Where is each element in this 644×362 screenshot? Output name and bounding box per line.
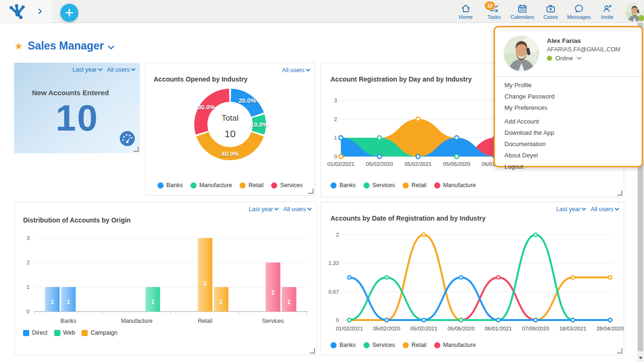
data-point-banks[interactable] — [608, 318, 611, 321]
donut-segment-services[interactable] — [194, 89, 230, 134]
scrollbar-down-button[interactable] — [637, 354, 644, 362]
data-point-banks[interactable] — [385, 318, 388, 321]
data-point-retail[interactable] — [422, 233, 425, 236]
data-point-services[interactable] — [378, 136, 381, 140]
legend-item-services[interactable]: Services — [363, 342, 395, 348]
card-resize-handle[interactable] — [310, 348, 315, 354]
user-status-selector[interactable]: Online — [547, 55, 582, 62]
legend-item-services[interactable]: Services — [271, 182, 303, 189]
legend-item-banks[interactable]: Banks — [157, 182, 183, 189]
data-point-services[interactable] — [347, 318, 351, 321]
data-point-services[interactable] — [534, 233, 537, 236]
data-point-banks[interactable] — [496, 318, 500, 321]
filter-label: Last year — [249, 206, 273, 213]
nav-item-messages[interactable]: Messages — [565, 1, 593, 22]
legend-label: Campaign — [91, 329, 117, 336]
legend-item-banks[interactable]: Banks — [330, 342, 356, 348]
data-point-manufacture[interactable] — [496, 276, 500, 279]
legend-item-services[interactable]: Services — [363, 182, 395, 189]
data-point-banks[interactable] — [416, 155, 420, 158]
legend-item-manufacture[interactable]: Manufacture — [434, 182, 476, 189]
legend-item-web[interactable]: Web — [54, 329, 75, 336]
bar-services[interactable] — [266, 263, 281, 312]
bar-retail[interactable] — [198, 238, 213, 312]
data-point-retail[interactable] — [571, 276, 574, 279]
filter-label: All users — [283, 206, 306, 213]
legend-item-retail[interactable]: Retail — [403, 182, 427, 189]
data-point-services[interactable] — [385, 276, 388, 279]
card-resize-handle[interactable] — [617, 190, 622, 196]
chevron-down-icon — [131, 68, 135, 71]
legend-swatch — [403, 342, 409, 348]
users-filter[interactable]: All users — [591, 206, 619, 213]
data-point-banks[interactable] — [422, 318, 425, 321]
y-axis-tick: 1,33 — [329, 260, 339, 266]
x-axis-label: 07/09/2020 — [522, 326, 549, 331]
x-axis-label: 05/02/2021 — [410, 326, 438, 331]
data-point-banks[interactable] — [378, 155, 381, 158]
chevron-down-icon[interactable] — [107, 45, 115, 50]
y-axis-tick: 2 — [27, 260, 30, 265]
menu-item-change-password[interactable]: Change Password — [495, 90, 642, 102]
period-filter[interactable]: Last year — [249, 206, 279, 213]
legend-item-retail[interactable]: Retail — [239, 182, 264, 189]
x-axis-label: 01/02/2021 — [336, 326, 363, 331]
data-point-banks[interactable] — [454, 136, 458, 140]
card-resize-handle[interactable] — [133, 147, 139, 152]
legend-swatch — [330, 342, 337, 348]
filter-label: All users — [282, 67, 305, 74]
nav-item-cases[interactable]: Cases — [537, 1, 565, 22]
menu-item-download-the-app[interactable]: Download the App — [495, 127, 642, 138]
deyel-logo[interactable] — [8, 3, 25, 21]
users-filter[interactable]: All users — [282, 67, 310, 74]
legend-item-retail[interactable]: Retail — [403, 342, 427, 348]
menu-item-documentation[interactable]: Documentation — [495, 138, 642, 149]
nav-label: Tasks — [487, 14, 501, 20]
users-filter[interactable]: All users — [283, 206, 312, 213]
nav-item-home[interactable]: Home — [452, 1, 480, 22]
menu-item-my-preferences[interactable]: My Preferences — [495, 102, 642, 113]
legend-label: Services — [372, 342, 395, 348]
menu-item-my-profile[interactable]: My Profile — [495, 79, 642, 90]
nav-item-tasks[interactable]: 10 Tasks — [480, 1, 508, 22]
users-filter[interactable]: All users — [107, 66, 135, 73]
chevron-down-icon — [274, 208, 279, 211]
period-filter[interactable]: Last year — [73, 66, 102, 73]
data-point-banks[interactable] — [339, 136, 343, 140]
legend-item-manufacture[interactable]: Manufacture — [190, 182, 232, 189]
data-point-retail[interactable] — [416, 117, 420, 121]
menu-item-logout[interactable]: Logout — [495, 161, 642, 172]
card-resize-handle[interactable] — [308, 189, 314, 194]
legend-swatch — [190, 182, 197, 189]
data-point-banks[interactable] — [534, 318, 537, 321]
legend-item-manufacture[interactable]: Manufacture — [434, 342, 476, 348]
top-header: Home 10 Tasks Calendars — [0, 0, 644, 23]
legend-item-campaign[interactable]: Campaign — [82, 329, 117, 336]
legend-item-banks[interactable]: Banks — [330, 182, 356, 189]
nav-item-calendars[interactable]: Calendars — [508, 1, 537, 22]
data-point-banks[interactable] — [459, 276, 462, 279]
card-resize-handle[interactable] — [617, 348, 622, 354]
data-point-banks[interactable] — [347, 276, 351, 279]
period-filter[interactable]: Last year — [556, 206, 586, 213]
nav-item-invite[interactable]: Invite — [593, 1, 621, 22]
expand-sidebar-icon[interactable] — [36, 7, 44, 16]
bar-value-label: 1 — [288, 299, 291, 305]
favorite-star-icon[interactable]: ★ — [14, 41, 23, 52]
chart-legend: BanksServicesRetailManufacture — [330, 182, 476, 189]
menu-item-about-deyel[interactable]: About Deyel — [495, 149, 642, 161]
add-new-button[interactable] — [60, 4, 78, 22]
menu-item-add-account[interactable]: Add Account — [495, 115, 642, 127]
x-axis-label: Services — [262, 318, 284, 324]
data-point-retail[interactable] — [608, 276, 611, 279]
data-point-banks[interactable] — [571, 318, 574, 321]
line-series-banks[interactable] — [349, 278, 610, 321]
data-point-retail[interactable] — [339, 155, 343, 158]
data-point-services[interactable] — [459, 318, 462, 321]
x-axis-label: 28/04/2020 — [596, 326, 624, 331]
data-point-services[interactable] — [454, 155, 458, 158]
legend-item-direct[interactable]: Direct — [23, 329, 48, 336]
chart-legend: DirectWebCampaign — [23, 329, 117, 336]
x-axis-label: 01/02/2021 — [327, 161, 355, 167]
chevron-down-icon — [98, 68, 102, 71]
